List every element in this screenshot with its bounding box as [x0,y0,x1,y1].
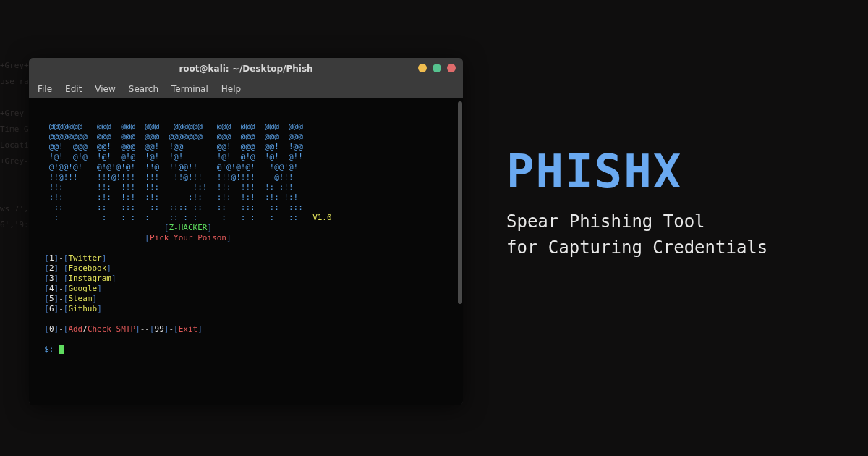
window-title: root@kali: ~/Desktop/Phish [179,64,312,74]
menu-item-help[interactable]: Help [221,84,241,94]
window-titlebar[interactable]: root@kali: ~/Desktop/Phish [29,58,463,80]
menu-item-search[interactable]: Search [129,84,158,94]
menu-item-edit[interactable]: Edit [65,84,82,94]
terminal-window: root@kali: ~/Desktop/Phish File Edit Vie… [29,58,463,405]
scrollbar[interactable] [458,101,462,304]
window-controls [418,64,456,72]
close-icon[interactable] [447,64,456,72]
minimize-icon[interactable] [418,64,427,72]
maximize-icon[interactable] [433,64,441,72]
headline-panel: PHISHX Spear Phishing Tool for Capturing… [506,145,839,261]
menu-item-terminal[interactable]: Terminal [171,84,208,94]
product-subtitle: Spear Phishing Tool for Capturing Creden… [506,208,839,261]
product-title: PHISHX [506,145,839,198]
menu-item-file[interactable]: File [38,84,52,94]
menu-bar: File Edit View Search Terminal Help [29,80,463,98]
terminal-body[interactable]: @@@@@@@ @@@ @@@ @@@ @@@@@@ @@@ @@@ @@@ @… [29,98,463,405]
menu-item-view[interactable]: View [95,84,115,94]
